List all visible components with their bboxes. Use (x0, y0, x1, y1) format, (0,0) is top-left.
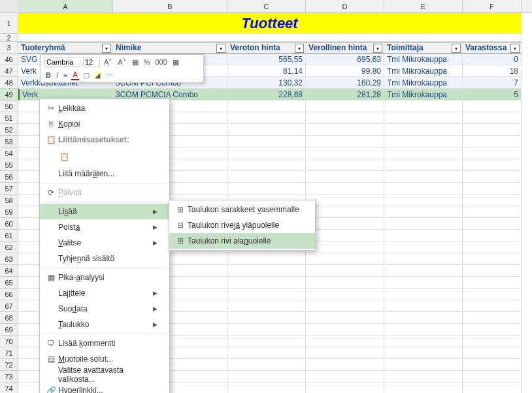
filter-icon[interactable]: ▼ (295, 44, 304, 53)
cell[interactable]: 565,55 (227, 54, 306, 65)
row-header-66[interactable]: 66 (0, 289, 18, 300)
cell[interactable] (227, 347, 306, 359)
menu-select[interactable]: Valitse▶ (40, 235, 169, 251)
cell[interactable] (463, 183, 522, 195)
menu-quick-analysis[interactable]: ▦Pika-analyysi (40, 270, 169, 285)
cell[interactable] (306, 265, 384, 277)
cell[interactable] (384, 253, 463, 265)
cell[interactable]: Tmi Mikrokauppa (384, 89, 463, 101)
border-icon[interactable]: ▢ (82, 71, 91, 80)
row-header-48[interactable]: 48 (0, 77, 18, 89)
bold-button[interactable]: B (44, 71, 52, 80)
filter-icon[interactable]: ▼ (510, 44, 520, 53)
cell[interactable]: 18 (463, 65, 522, 77)
row-header-50[interactable]: 50 (0, 101, 18, 112)
cell[interactable] (384, 159, 463, 171)
cell[interactable] (227, 336, 306, 347)
cell[interactable] (463, 124, 522, 136)
cell[interactable]: 130,32 (227, 77, 306, 89)
align-icon[interactable]: ≡ (62, 71, 69, 80)
th-verollinen[interactable]: Verollinen hinta▼ (306, 42, 384, 54)
row-header-47[interactable]: 47 (0, 65, 18, 77)
cell[interactable] (227, 159, 306, 171)
cell[interactable] (306, 183, 384, 195)
cell[interactable] (384, 195, 463, 206)
title-cell[interactable]: Tuotteet (18, 13, 522, 34)
cell[interactable] (384, 101, 463, 112)
cell[interactable]: Tmi Mikrokauppa (384, 65, 463, 77)
cell[interactable] (306, 277, 384, 289)
cell[interactable] (384, 171, 463, 183)
cell[interactable] (384, 124, 463, 136)
cell[interactable] (463, 277, 522, 289)
shrink-font-icon[interactable]: A˅ (116, 57, 127, 67)
cell[interactable]: 5 (463, 89, 522, 101)
row-header-54[interactable]: 54 (0, 148, 18, 159)
cell[interactable] (463, 171, 522, 183)
row-header-46[interactable]: 46 (0, 54, 18, 65)
cell[interactable] (227, 312, 306, 324)
format-icon[interactable]: ▦ (131, 57, 140, 67)
row-header-62[interactable]: 62 (0, 242, 18, 253)
cell[interactable] (306, 195, 384, 206)
submenu-cols-left[interactable]: ⊞Taulukon sarakkeet vasemmalle (169, 202, 315, 217)
menu-cut[interactable]: ✂Leikkaa (40, 101, 169, 116)
row-header-2[interactable]: 2 (0, 34, 18, 42)
row-header-63[interactable]: 63 (0, 253, 18, 265)
cell[interactable] (306, 230, 384, 242)
menu-paste-special[interactable]: Liitä määräten... (40, 166, 169, 181)
cell[interactable] (227, 253, 306, 265)
cell[interactable] (384, 148, 463, 159)
fill-color-icon[interactable]: ◢ (93, 71, 101, 80)
cell[interactable] (463, 265, 522, 277)
cell[interactable] (306, 101, 384, 112)
cell[interactable] (306, 289, 384, 300)
row-header-51[interactable]: 51 (0, 112, 18, 124)
menu-clear[interactable]: Tyhjennä sisältö (40, 251, 169, 266)
row-header-57[interactable]: 57 (0, 183, 18, 195)
cell[interactable] (306, 112, 384, 124)
cell[interactable] (306, 218, 384, 230)
cell[interactable] (463, 101, 522, 112)
cell[interactable] (227, 265, 306, 277)
paste-option-button[interactable]: 📋 (59, 148, 169, 166)
cell[interactable] (463, 300, 522, 312)
menu-hyperlink[interactable]: 🔗Hyperlinkki... (40, 383, 169, 393)
cell[interactable] (227, 101, 306, 112)
col-header-a[interactable]: A (18, 0, 113, 12)
cell[interactable]: 228,68 (227, 89, 306, 101)
cell[interactable] (306, 171, 384, 183)
cell[interactable] (463, 371, 522, 383)
cell[interactable] (227, 277, 306, 289)
row-header-52[interactable]: 52 (0, 124, 18, 136)
merge-icon[interactable]: ▦ (171, 57, 180, 67)
row-header-67[interactable]: 67 (0, 300, 18, 312)
cell[interactable] (227, 148, 306, 159)
cell[interactable] (463, 242, 522, 253)
cell[interactable] (227, 124, 306, 136)
row-header-70[interactable]: 70 (0, 336, 18, 347)
menu-sort[interactable]: Lajittele▶ (40, 285, 169, 301)
cell[interactable] (463, 253, 522, 265)
submenu-rows-above[interactable]: ⊟Taulukon rivejä yläpuolelle (169, 217, 315, 233)
cell[interactable] (463, 112, 522, 124)
col-header-d[interactable]: D (306, 0, 384, 12)
row-header-72[interactable]: 72 (0, 359, 18, 371)
cell[interactable] (306, 253, 384, 265)
cell[interactable] (463, 336, 522, 347)
cell[interactable] (463, 218, 522, 230)
row-header-73[interactable]: 73 (0, 371, 18, 383)
cell[interactable] (306, 206, 384, 218)
cell[interactable]: 281,28 (306, 89, 384, 101)
row-header-1[interactable]: 1 (0, 13, 18, 34)
cell[interactable] (384, 289, 463, 300)
cell[interactable]: 160,29 (306, 77, 384, 89)
row-header-60[interactable]: 60 (0, 218, 18, 230)
cell[interactable] (463, 289, 522, 300)
cell[interactable] (306, 300, 384, 312)
cell[interactable] (384, 324, 463, 336)
th-varastossa[interactable]: Varastossa▼ (463, 42, 522, 54)
cell[interactable]: 0 (463, 54, 522, 65)
cell[interactable] (306, 347, 384, 359)
cell[interactable] (306, 371, 384, 383)
